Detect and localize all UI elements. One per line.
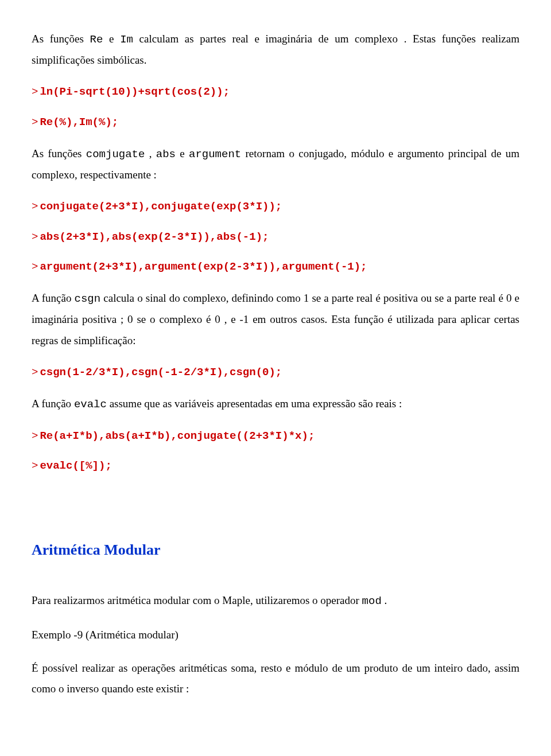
prompt: > xyxy=(32,260,38,273)
prompt: > xyxy=(32,116,38,128)
maple-input-csgn: >csgn(1-2/3*I),csgn(-1-2/3*I),csgn(0); xyxy=(32,364,519,381)
text: As funções xyxy=(32,33,90,45)
text: , xyxy=(145,147,156,159)
text: calcula o sinal do complexo, definindo c… xyxy=(32,292,519,346)
code: Re(a+I*b),abs(a+I*b),conjugate((2+3*I)*x… xyxy=(40,430,315,442)
prompt: > xyxy=(32,430,38,442)
fn-csgn: csgn xyxy=(75,293,101,305)
fn-mod: mod xyxy=(362,595,382,607)
intro-evalc: A função evalc assume que as variáveis a… xyxy=(32,393,519,415)
code: evalc([%]); xyxy=(40,459,111,472)
maple-input-conjugate: >conjugate(2+3*I),conjugate(exp(3*I)); xyxy=(32,198,519,215)
maple-input-re-im: >Re(%),Im(%); xyxy=(32,114,519,131)
intro-re-im: As funções Re e Im calculam as partes re… xyxy=(32,29,519,71)
prompt: > xyxy=(32,200,38,213)
code: Re(%),Im(%); xyxy=(40,116,118,128)
text: assume que as variáveis apresentadas em … xyxy=(107,398,402,410)
maple-input-abs: >abs(2+3*I),abs(exp(2-3*I)),abs(-1); xyxy=(32,228,519,245)
fn-abs: abs xyxy=(156,148,176,161)
text: . xyxy=(382,594,387,606)
heading-aritmetica-modular: Aritmética Modular xyxy=(32,538,519,562)
maple-input-re-abs-conj: >Re(a+I*b),abs(a+I*b),conjugate((2+3*I)*… xyxy=(32,427,519,445)
maple-input-argument: >argument(2+3*I),argument(exp(2-3*I)),ar… xyxy=(32,258,519,275)
fn-re: Re xyxy=(90,33,103,46)
intro-operations: É possível realizar as operações aritmét… xyxy=(32,658,519,699)
code: abs(2+3*I),abs(exp(2-3*I)),abs(-1); xyxy=(40,231,269,243)
fn-im: Im xyxy=(120,33,133,46)
prompt: > xyxy=(32,459,38,472)
fn-argument: argument xyxy=(189,148,241,161)
text: e xyxy=(176,147,189,159)
intro-mod: Para realizarmos aritmética modular com … xyxy=(32,590,519,611)
code: ln(Pi-sqrt(10))+sqrt(cos(2)); xyxy=(40,85,230,98)
text: As funções xyxy=(32,147,86,159)
maple-input-ln: >ln(Pi-sqrt(10))+sqrt(cos(2)); xyxy=(32,83,519,100)
prompt: > xyxy=(32,366,38,379)
maple-input-evalc: >evalc([%]); xyxy=(32,457,519,474)
text: A função xyxy=(32,292,75,304)
code: conjugate(2+3*I),conjugate(exp(3*I)); xyxy=(40,200,282,213)
text: e xyxy=(103,33,120,45)
fn-evalc: evalc xyxy=(74,398,107,411)
fn-conjugate: comjugate xyxy=(86,148,145,161)
code: argument(2+3*I),argument(exp(2-3*I)),arg… xyxy=(40,260,367,273)
intro-conj-abs-arg: As funções comjugate , abs e argument re… xyxy=(32,143,519,185)
intro-csgn: A função csgn calcula o sinal do complex… xyxy=(32,288,519,350)
prompt: > xyxy=(32,85,38,98)
text: A função xyxy=(32,398,74,410)
prompt: > xyxy=(32,231,38,243)
text: Para realizarmos aritmética modular com … xyxy=(32,594,362,606)
code: csgn(1-2/3*I),csgn(-1-2/3*I),csgn(0); xyxy=(40,366,282,379)
example-label: Exemplo -9 (Aritmética modular) xyxy=(32,625,519,645)
